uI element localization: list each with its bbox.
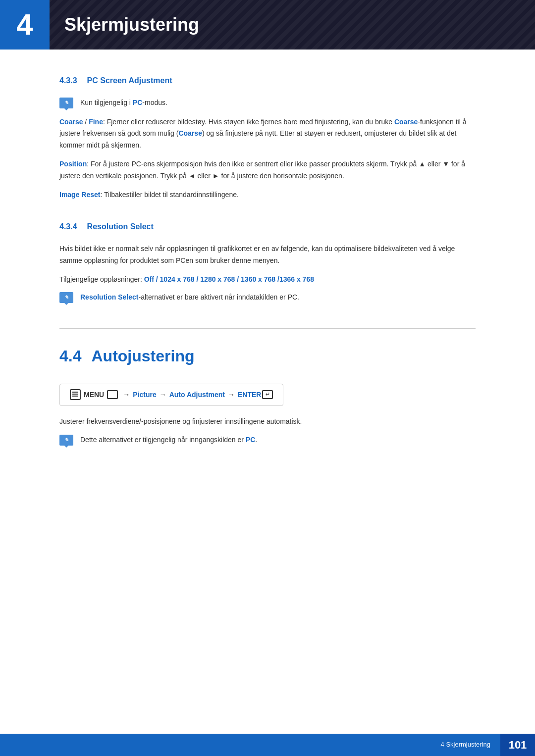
section-44-title: Autojustering [91,344,194,369]
arrow1: → [123,389,130,400]
pc-bold-1: PC [133,99,142,106]
note-text-1: Kun tilgjengelig i PC-modus. [80,97,167,108]
enter-label: ENTER [238,389,261,400]
arrow2: → [160,389,166,400]
chapter-number: 4 [0,0,50,50]
note-44-suffix: . [255,436,257,444]
section-44-note: ✎ Dette alternativet er tilgjengelig når… [59,434,476,446]
coarse-label-2: Coarse [394,118,418,126]
note-44-prefix: Dette alternativet er tilgjengelig når i… [80,436,246,444]
note-icon-1: ✎ [59,98,73,108]
picture-label: Picture [133,389,156,400]
note-icon-2: ✎ [59,292,73,303]
menu-icon [70,389,81,400]
resolution-select-bold: Resolution Select [80,293,138,301]
menu-label: MENU [84,389,104,400]
section-434: 4.3.4 Resolution Select Hvis bildet ikke… [59,220,476,303]
page-footer: 4 Skjermjustering 101 [0,734,535,756]
enter-icon [262,390,273,399]
main-content: 4.3.3 PC Screen Adjustment ✎ Kun tilgjen… [0,50,535,493]
note-icon-3: ✎ [59,435,73,446]
section-44-paragraph1: Justerer frekvensverdiene/-posisjonene o… [59,416,476,428]
section-433-title: PC Screen Adjustment [87,74,172,87]
section-433-paragraph2: Position: For å justere PC-ens skjermpos… [59,158,476,182]
section-434-paragraph1: Hvis bildet ikke er normalt selv når opp… [59,243,476,267]
section-divider [59,328,476,329]
section-44-number: 4.4 [59,344,81,369]
section-434-heading: 4.3.4 Resolution Select [59,220,476,233]
section-433-paragraph3: Image Reset: Tilbakestiller bildet til s… [59,189,476,201]
coarse-label-3: Coarse [178,129,202,137]
chapter-title: Skjermjustering [50,10,199,39]
section-433-paragraph1: Coarse / Fine: Fjerner eller reduserer b… [59,116,476,151]
resolutions-line: Tilgjengelige oppløsninger: Off / 1024 x… [59,274,476,285]
image-reset-label: Image Reset [59,191,100,199]
section-434-note: ✎ Resolution Select-alternativet er bare… [59,292,476,303]
footer-page-number: 101 [500,734,535,756]
note-text-2: Resolution Select-alternativet er bare a… [80,292,299,302]
section-433-heading: 4.3.3 PC Screen Adjustment [59,74,476,87]
arrow3: → [228,389,235,400]
section-44: 4.4 Autojustering MENU → Picture → Auto … [59,328,476,446]
resolutions-label: Tilgjengelige oppløsninger: [59,275,142,283]
section-433-note: ✎ Kun tilgjengelig i PC-modus. [59,97,476,108]
section-44-heading: 4.4 Autojustering [59,344,476,369]
page-container: 4 Skjermjustering 4.3.3 PC Screen Adjust… [0,0,535,756]
fine-label: Fine [89,118,103,126]
adjustment-label: Auto Adjustment [169,389,225,400]
note-434-suffix: -alternativet er bare aktivert når innda… [138,293,299,301]
coarse-label: Coarse [59,118,83,126]
header-banner: 4 Skjermjustering [0,0,535,50]
note-text-3: Dette alternativet er tilgjengelig når i… [80,434,257,445]
section-433-number: 4.3.3 [59,74,77,87]
section-433: 4.3.3 PC Screen Adjustment ✎ Kun tilgjen… [59,74,476,201]
picture-icon [107,390,118,399]
menu-path-box: MENU → Picture → Auto Adjustment → ENTER [59,384,283,405]
position-label: Position [59,160,87,168]
resolution-values: Off / 1024 x 768 / 1280 x 768 / 1360 x 7… [144,275,314,283]
section-434-number: 4.3.4 [59,220,77,233]
pc-label-44: PC [246,436,255,444]
section-434-title: Resolution Select [87,220,154,233]
footer-text: 4 Skjermjustering [441,740,500,750]
